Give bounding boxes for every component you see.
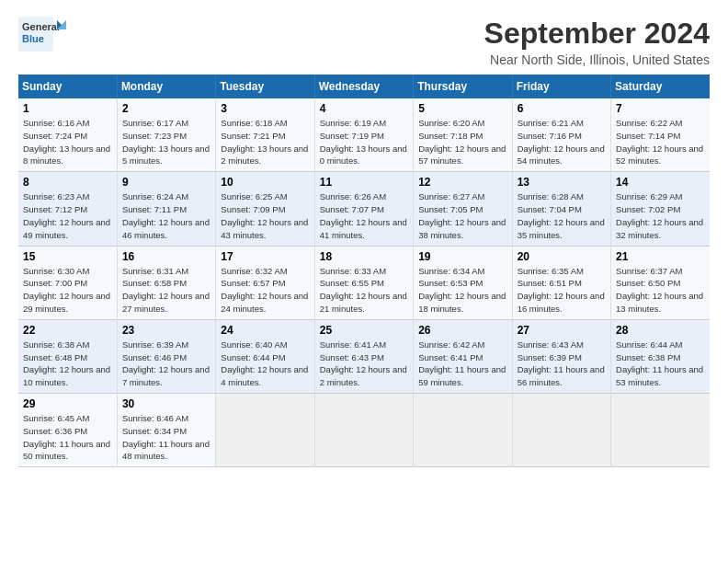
day-number: 4 [320,102,408,115]
table-row: 16 Sunrise: 6:31 AMSunset: 6:58 PMDaylig… [117,246,215,319]
table-row [611,394,710,467]
logo: General Blue [18,17,74,52]
table-row: 28 Sunrise: 6:44 AMSunset: 6:38 PMDaylig… [611,319,710,393]
day-number: 30 [122,397,210,410]
calendar-header-row: Sunday Monday Tuesday Wednesday Thursday… [18,75,710,98]
day-number: 29 [23,397,112,410]
table-row: 1 Sunrise: 6:16 AMSunset: 7:24 PMDayligh… [18,98,117,172]
day-number: 24 [221,324,309,337]
table-row: 29 Sunrise: 6:45 AMSunset: 6:36 PMDaylig… [18,394,117,467]
col-tuesday: Tuesday [216,75,314,98]
table-row: 3 Sunrise: 6:18 AMSunset: 7:21 PMDayligh… [216,98,314,172]
page: General Blue September 2024 Near North S… [0,0,728,563]
table-row: 24 Sunrise: 6:40 AMSunset: 6:44 PMDaylig… [216,319,314,393]
day-number: 22 [23,324,112,337]
day-number: 17 [221,250,309,263]
day-number: 7 [616,102,705,115]
day-info: Sunrise: 6:17 AMSunset: 7:23 PMDaylight:… [122,118,210,166]
day-number: 5 [418,102,506,115]
table-row: 13 Sunrise: 6:28 AMSunset: 7:04 PMDaylig… [512,172,610,246]
week-row-4: 22 Sunrise: 6:38 AMSunset: 6:48 PMDaylig… [18,319,710,393]
day-number: 26 [418,324,506,337]
day-info: Sunrise: 6:24 AMSunset: 7:11 PMDaylight:… [122,191,210,239]
day-number: 8 [23,176,112,189]
day-info: Sunrise: 6:37 AMSunset: 6:50 PMDaylight:… [616,266,703,314]
table-row: 10 Sunrise: 6:25 AMSunset: 7:09 PMDaylig… [216,172,314,246]
day-number: 23 [122,324,210,337]
table-row: 26 Sunrise: 6:42 AMSunset: 6:41 PMDaylig… [414,319,512,393]
day-number: 16 [122,250,210,263]
day-number: 2 [122,102,210,115]
day-info: Sunrise: 6:39 AMSunset: 6:46 PMDaylight:… [122,339,210,387]
svg-text:General: General [22,21,60,32]
day-number: 21 [616,250,705,263]
day-number: 20 [518,250,606,263]
col-thursday: Thursday [414,75,512,98]
col-sunday: Sunday [18,75,117,98]
day-info: Sunrise: 6:38 AMSunset: 6:48 PMDaylight:… [23,339,110,387]
day-info: Sunrise: 6:25 AMSunset: 7:09 PMDaylight:… [221,191,308,239]
day-info: Sunrise: 6:20 AMSunset: 7:18 PMDaylight:… [418,118,506,166]
day-info: Sunrise: 6:18 AMSunset: 7:21 PMDaylight:… [221,118,308,166]
day-number: 25 [320,324,408,337]
day-number: 15 [23,250,112,263]
day-info: Sunrise: 6:33 AMSunset: 6:55 PMDaylight:… [320,266,407,314]
day-info: Sunrise: 6:26 AMSunset: 7:07 PMDaylight:… [320,191,407,239]
table-row: 17 Sunrise: 6:32 AMSunset: 6:57 PMDaylig… [216,246,314,319]
week-row-2: 8 Sunrise: 6:23 AMSunset: 7:12 PMDayligh… [18,172,710,246]
day-info: Sunrise: 6:22 AMSunset: 7:14 PMDaylight:… [616,118,703,166]
col-monday: Monday [117,75,215,98]
day-info: Sunrise: 6:30 AMSunset: 7:00 PMDaylight:… [23,266,110,314]
table-row: 20 Sunrise: 6:35 AMSunset: 6:51 PMDaylig… [512,246,610,319]
table-row: 4 Sunrise: 6:19 AMSunset: 7:19 PMDayligh… [314,98,413,172]
day-number: 1 [23,102,112,115]
day-info: Sunrise: 6:43 AMSunset: 6:39 PMDaylight:… [518,339,605,387]
table-row: 2 Sunrise: 6:17 AMSunset: 7:23 PMDayligh… [117,98,215,172]
table-row: 8 Sunrise: 6:23 AMSunset: 7:12 PMDayligh… [18,172,117,246]
table-row: 18 Sunrise: 6:33 AMSunset: 6:55 PMDaylig… [314,246,413,319]
day-number: 6 [518,102,606,115]
day-info: Sunrise: 6:28 AMSunset: 7:04 PMDaylight:… [518,191,605,239]
day-info: Sunrise: 6:42 AMSunset: 6:41 PMDaylight:… [418,339,506,387]
subtitle: Near North Side, Illinois, United States [484,52,710,67]
day-number: 18 [320,250,408,263]
day-info: Sunrise: 6:16 AMSunset: 7:24 PMDaylight:… [23,118,110,166]
day-info: Sunrise: 6:32 AMSunset: 6:57 PMDaylight:… [221,266,308,314]
col-saturday: Saturday [611,75,710,98]
table-row [216,394,314,467]
table-row: 25 Sunrise: 6:41 AMSunset: 6:43 PMDaylig… [314,319,413,393]
day-info: Sunrise: 6:19 AMSunset: 7:19 PMDaylight:… [320,118,407,166]
table-row [512,394,610,467]
day-info: Sunrise: 6:29 AMSunset: 7:02 PMDaylight:… [616,191,703,239]
week-row-5: 29 Sunrise: 6:45 AMSunset: 6:36 PMDaylig… [18,394,710,467]
day-number: 13 [518,176,606,189]
day-number: 14 [616,176,705,189]
table-row: 27 Sunrise: 6:43 AMSunset: 6:39 PMDaylig… [512,319,610,393]
day-info: Sunrise: 6:23 AMSunset: 7:12 PMDaylight:… [23,191,110,239]
day-info: Sunrise: 6:46 AMSunset: 6:34 PMDaylight:… [122,413,210,461]
logo-svg: General Blue [18,17,74,52]
table-row: 30 Sunrise: 6:46 AMSunset: 6:34 PMDaylig… [117,394,215,467]
calendar-table: Sunday Monday Tuesday Wednesday Thursday… [18,75,710,467]
header: General Blue September 2024 Near North S… [18,17,710,67]
day-info: Sunrise: 6:21 AMSunset: 7:16 PMDaylight:… [518,118,605,166]
day-number: 19 [418,250,506,263]
col-friday: Friday [512,75,610,98]
day-info: Sunrise: 6:45 AMSunset: 6:36 PMDaylight:… [23,413,110,461]
table-row: 15 Sunrise: 6:30 AMSunset: 7:00 PMDaylig… [18,246,117,319]
col-wednesday: Wednesday [314,75,413,98]
day-number: 9 [122,176,210,189]
day-info: Sunrise: 6:34 AMSunset: 6:53 PMDaylight:… [418,266,506,314]
day-info: Sunrise: 6:40 AMSunset: 6:44 PMDaylight:… [221,339,308,387]
day-number: 28 [616,324,705,337]
table-row: 19 Sunrise: 6:34 AMSunset: 6:53 PMDaylig… [414,246,512,319]
table-row: 14 Sunrise: 6:29 AMSunset: 7:02 PMDaylig… [611,172,710,246]
week-row-3: 15 Sunrise: 6:30 AMSunset: 7:00 PMDaylig… [18,246,710,319]
table-row: 6 Sunrise: 6:21 AMSunset: 7:16 PMDayligh… [512,98,610,172]
table-row: 7 Sunrise: 6:22 AMSunset: 7:14 PMDayligh… [611,98,710,172]
week-row-1: 1 Sunrise: 6:16 AMSunset: 7:24 PMDayligh… [18,98,710,172]
svg-text:Blue: Blue [22,33,44,44]
day-number: 11 [320,176,408,189]
table-row: 22 Sunrise: 6:38 AMSunset: 6:48 PMDaylig… [18,319,117,393]
day-info: Sunrise: 6:31 AMSunset: 6:58 PMDaylight:… [122,266,210,314]
